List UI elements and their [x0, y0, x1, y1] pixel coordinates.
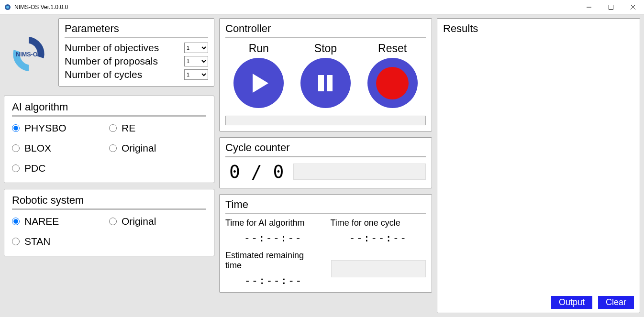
stop-button[interactable]	[300, 58, 351, 108]
divider	[12, 115, 206, 117]
proposals-select[interactable]: 1	[184, 56, 208, 66]
run-label: Run	[249, 42, 269, 55]
results-header: Results	[443, 22, 634, 35]
radio-input[interactable]	[109, 218, 117, 225]
pause-icon	[313, 71, 337, 95]
svg-rect-3	[609, 5, 613, 9]
algo-option-re[interactable]: RE	[109, 122, 206, 134]
controller-panel: Controller Run Stop Reset	[219, 18, 432, 131]
algo-option-original[interactable]: Original	[109, 142, 206, 154]
svg-point-10	[376, 67, 409, 99]
robot-option-naree[interactable]: NAREE	[12, 216, 109, 227]
radio-label: NAREE	[24, 216, 59, 227]
radio-input[interactable]	[12, 164, 20, 172]
algo-option-physbo[interactable]: PHYSBO	[12, 122, 109, 134]
cycle-counter-header: Cycle counter	[225, 142, 426, 154]
maximize-button[interactable]	[600, 0, 622, 14]
radio-input[interactable]	[12, 124, 20, 132]
titlebar: NIMS-OS Ver.1.0.0.0	[0, 0, 644, 14]
radio-input[interactable]	[12, 218, 20, 225]
results-panel: Results Output Clear	[437, 18, 640, 313]
minimize-button[interactable]	[578, 0, 600, 14]
divider	[225, 37, 426, 38]
cycle-counter-panel: Cycle counter 0 / 0	[219, 137, 432, 188]
divider	[225, 156, 426, 157]
time-remain-value: --:--:--	[225, 274, 322, 286]
play-icon	[247, 71, 271, 95]
cycle-counter-value: 0 / 0	[225, 161, 284, 182]
robotic-system-panel: Robotic system NAREE Original STAN	[4, 189, 214, 256]
logo: NIMS-OS	[4, 18, 54, 90]
reset-button[interactable]	[367, 58, 418, 108]
algo-option-blox[interactable]: BLOX	[12, 142, 109, 154]
reset-label: Reset	[378, 42, 407, 55]
radio-label: RE	[122, 122, 135, 134]
radio-input[interactable]	[12, 144, 20, 152]
radio-label: Original	[122, 142, 156, 154]
close-button[interactable]	[622, 0, 644, 14]
svg-marker-7	[253, 74, 268, 93]
time-remain-label: Estimated remaining time	[225, 251, 322, 271]
window-title: NIMS-OS Ver.1.0.0.0	[14, 4, 68, 11]
divider	[65, 37, 208, 38]
parameters-panel: Parameters Number of objectives 1 Number…	[58, 18, 214, 87]
parameters-header: Parameters	[65, 22, 208, 35]
radio-input[interactable]	[109, 144, 117, 152]
time-remain-bar	[331, 260, 426, 277]
ai-algorithm-header: AI algorithm	[12, 101, 206, 113]
param-label-cycles: Number of cycles	[65, 69, 142, 80]
app-icon	[4, 3, 11, 11]
svg-rect-9	[327, 75, 333, 91]
svg-point-1	[6, 6, 9, 9]
radio-input[interactable]	[12, 238, 20, 245]
radio-label: STAN	[24, 236, 50, 247]
algo-option-pdc[interactable]: PDC	[12, 163, 109, 174]
param-label-objectives: Number of objectives	[65, 42, 159, 54]
robot-option-original[interactable]: Original	[109, 216, 206, 227]
time-header: Time	[225, 198, 426, 211]
robotic-system-header: Robotic system	[12, 194, 206, 207]
run-button[interactable]	[233, 58, 284, 108]
svg-rect-8	[318, 75, 324, 91]
divider	[12, 208, 206, 210]
radio-label: PHYSBO	[24, 122, 67, 134]
cycles-select[interactable]: 1	[184, 69, 208, 80]
radio-label: PDC	[24, 163, 45, 174]
clear-button[interactable]: Clear	[598, 296, 634, 309]
param-label-proposals: Number of proposals	[65, 55, 158, 67]
ai-algorithm-panel: AI algorithm PHYSBO RE BLOX Original PDC	[4, 96, 214, 183]
record-icon	[373, 64, 411, 102]
stop-label: Stop	[314, 42, 337, 55]
time-ai-label: Time for AI algorithm	[225, 218, 321, 228]
radio-label: BLOX	[24, 142, 51, 154]
objectives-select[interactable]: 1	[184, 43, 208, 53]
cycle-counter-bar	[293, 164, 426, 180]
time-cycle-value: --:--:--	[331, 232, 426, 244]
radio-input[interactable]	[109, 124, 117, 132]
output-button[interactable]: Output	[551, 296, 592, 309]
time-ai-value: --:--:--	[225, 232, 321, 244]
divider	[225, 213, 426, 214]
svg-text:NIMS-OS: NIMS-OS	[16, 51, 42, 58]
time-cycle-label: Time for one cycle	[331, 218, 426, 228]
robot-option-stan[interactable]: STAN	[12, 236, 109, 247]
progress-bar	[225, 116, 426, 125]
results-textarea[interactable]	[443, 39, 634, 293]
time-panel: Time Time for AI algorithm Time for one …	[219, 194, 432, 293]
radio-label: Original	[122, 216, 156, 227]
controller-header: Controller	[225, 22, 426, 35]
